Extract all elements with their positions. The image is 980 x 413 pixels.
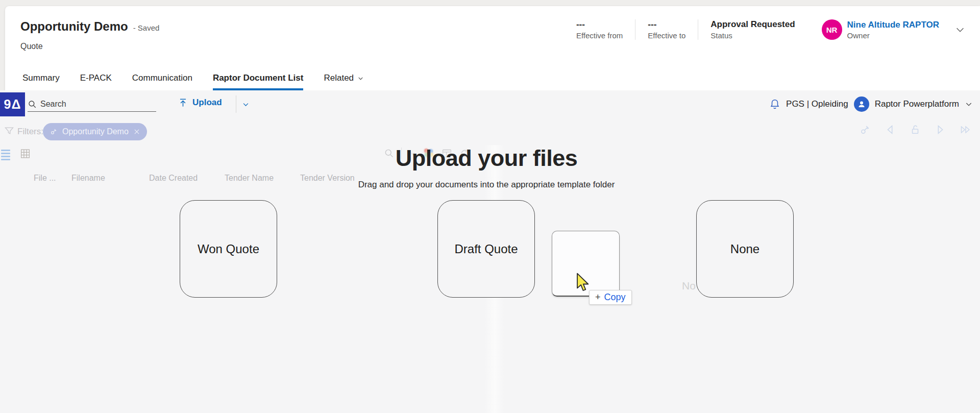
effective-from-label: Effective from	[576, 31, 623, 40]
upload-button[interactable]: Upload	[178, 98, 222, 108]
save-status: - Saved	[133, 23, 160, 32]
copy-label: Copy	[604, 292, 626, 303]
field-effective-to: --- Effective to	[635, 19, 698, 40]
effective-from-value: ---	[576, 19, 623, 30]
user-menu-chevron-icon[interactable]	[965, 100, 973, 108]
drop-folder-draft-quote-label: Draft Quote	[454, 242, 518, 256]
toolbar-divider	[236, 95, 236, 113]
status-label: Status	[710, 31, 795, 40]
toolbar-right: PGS | Opleiding Raptor Powerplatform	[769, 96, 973, 112]
clipped-background-text: No	[682, 280, 696, 292]
flow-connector-icon[interactable]	[860, 124, 871, 135]
search-box	[28, 96, 156, 112]
tab-raptor-label: Raptor Document List	[213, 73, 304, 83]
search-icon	[28, 100, 37, 109]
last-record-icon[interactable]	[960, 124, 972, 135]
record-nav-icons	[860, 124, 972, 135]
connector-icon	[50, 128, 58, 136]
field-effective-from: --- Effective from	[564, 19, 635, 40]
upload-menu-chevron-icon[interactable]	[242, 101, 250, 108]
page-title: Opportunity Demo	[20, 19, 128, 34]
owner-field: NR Nine Altitude RAPTOR Owner	[822, 19, 939, 40]
list-view-icon[interactable]	[1, 150, 10, 162]
environment-picker[interactable]: PGS | Opleiding	[786, 99, 848, 109]
tab-summary[interactable]: Summary	[22, 73, 60, 90]
filter-chip-label: Opportunity Demo	[62, 127, 129, 136]
drop-folder-won-quote-label: Won Quote	[198, 242, 259, 256]
filter-chip-opportunity-demo[interactable]: Opportunity Demo	[43, 123, 147, 140]
status-value: Approval Requested	[710, 19, 795, 30]
drop-folder-none[interactable]: None	[696, 200, 794, 298]
upload-icon	[178, 98, 188, 108]
record-type-label: Quote	[20, 42, 43, 51]
notifications-bell-icon[interactable]	[769, 99, 780, 110]
previous-record-icon[interactable]	[885, 124, 896, 135]
filter-funnel-icon	[4, 126, 14, 136]
overlay-subtitle: Drag and drop your documents into the ap…	[295, 180, 678, 190]
drag-cursor-icon	[575, 273, 592, 292]
owner-avatar: NR	[822, 19, 842, 40]
upload-button-label: Upload	[192, 98, 222, 108]
unlocked-icon[interactable]	[910, 124, 921, 135]
search-input[interactable]	[40, 100, 148, 109]
owner-role-label: Owner	[847, 31, 939, 40]
effective-to-value: ---	[648, 19, 685, 30]
app-logo[interactable]: 9Δ	[0, 92, 25, 116]
field-status: Approval Requested Status	[698, 19, 807, 40]
drop-folder-won-quote[interactable]: Won Quote	[180, 200, 277, 298]
grid-view-icon[interactable]	[20, 148, 31, 159]
tab-summary-label: Summary	[22, 73, 60, 83]
tab-related[interactable]: Related	[324, 73, 364, 90]
user-menu[interactable]: Raptor Powerplatform	[875, 99, 959, 109]
overlay-title: Upload your files	[333, 145, 640, 172]
tab-epack-label: E-PACK	[80, 73, 112, 83]
drag-copy-tooltip: + Copy	[589, 290, 632, 305]
tab-related-label: Related	[324, 73, 354, 83]
copy-plus-sign: +	[595, 292, 601, 303]
column-header-tender-name[interactable]: Tender Name	[225, 174, 274, 183]
chip-close-icon[interactable]	[133, 128, 140, 135]
tab-bar: Summary E-PACK Communication Raptor Docu…	[22, 73, 364, 90]
tab-communication-label: Communication	[132, 73, 192, 83]
drop-folder-draft-quote[interactable]: Draft Quote	[437, 200, 535, 298]
upload-overlay-area: File ... Filename Date Created Tender Na…	[0, 145, 980, 413]
column-header-date-created[interactable]: Date Created	[149, 174, 198, 183]
user-avatar[interactable]	[854, 96, 869, 112]
column-header-file[interactable]: File ...	[34, 174, 56, 183]
related-chevron-down-icon	[357, 75, 364, 82]
filters-label: Filters:	[17, 127, 43, 137]
drop-folder-none-label: None	[730, 242, 760, 256]
tab-communication[interactable]: Communication	[132, 73, 192, 90]
header-chevron-down-icon[interactable]	[954, 24, 966, 35]
effective-to-label: Effective to	[648, 31, 685, 40]
document-list-panel: 9Δ Upload PGS | Opleiding Raptor Powerpl…	[0, 90, 980, 413]
tab-raptor-document-list[interactable]: Raptor Document List	[213, 73, 304, 90]
record-header-card: Opportunity Demo - Saved Quote --- Effec…	[5, 6, 980, 90]
owner-name-link[interactable]: Nine Altitude RAPTOR	[847, 20, 939, 30]
column-header-filename[interactable]: Filename	[71, 174, 105, 183]
title-row: Opportunity Demo - Saved	[20, 19, 159, 34]
next-record-icon[interactable]	[935, 124, 946, 135]
tab-epack[interactable]: E-PACK	[80, 73, 112, 90]
header-fields: --- Effective from --- Effective to Appr…	[564, 19, 966, 40]
